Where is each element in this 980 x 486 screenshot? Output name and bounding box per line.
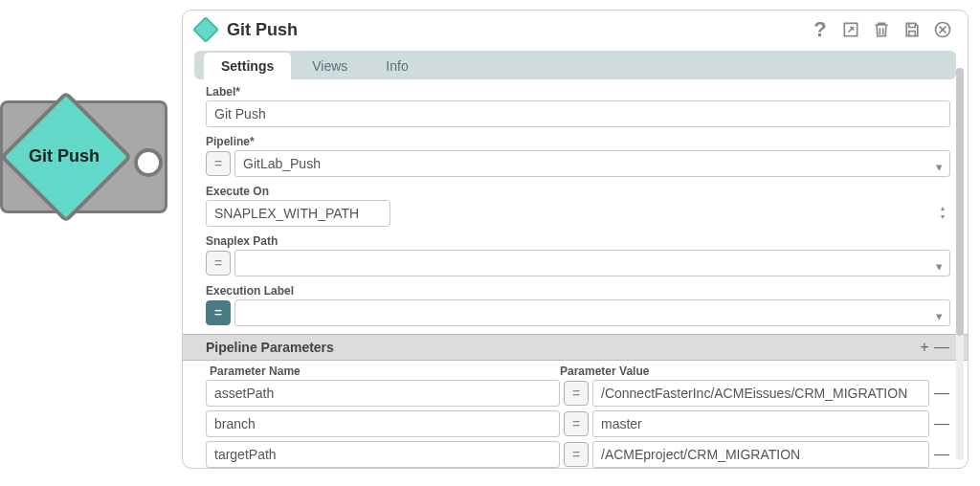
parameter-value-wrap: = [564,380,929,407]
tab-bar: Settings Views Info [194,51,956,79]
parameter-value-wrap: = [564,410,929,437]
remove-row-button[interactable]: — [933,415,950,432]
panel-body: Label* Pipeline* = ▾ Execute On [183,79,968,468]
snap-node[interactable]: Git Push [0,100,167,213]
parameter-expr-toggle[interactable]: = [564,442,589,467]
parameter-name-input[interactable] [206,410,560,437]
pipeline-expr-toggle[interactable]: = [206,151,231,176]
scrollbar[interactable] [956,68,964,460]
parameter-value-header: Parameter Value [560,364,950,378]
remove-row-button[interactable]: — [933,385,950,402]
help-button[interactable]: ? [809,18,832,41]
execute-on-label: Execute On [206,185,950,198]
panel-header: Git Push ? [183,11,968,47]
snap-connector[interactable] [134,148,163,177]
snap-node-label: Git Push [29,146,100,166]
field-snaplex-path: Snaplex Path = ▾ [206,234,950,276]
field-label: Label* [206,85,950,127]
add-parameter-button[interactable]: + [916,339,933,356]
scrollbar-thumb[interactable] [956,68,964,336]
tab-settings[interactable]: Settings [204,53,291,79]
remove-row-button[interactable]: — [933,446,950,463]
parameter-value-input[interactable] [592,380,929,407]
parameter-expr-toggle[interactable]: = [564,411,589,436]
parameter-value-input[interactable] [592,441,929,468]
parameter-row: =— [206,380,950,407]
parameter-row: =— [206,410,950,437]
field-execute-on: Execute On ▴ ▾ [206,185,950,227]
field-pipeline: Pipeline* = ▾ [206,135,950,177]
parameter-rows: =—=—=—=▾— [206,380,950,468]
snaplex-path-expr-toggle[interactable]: = [206,251,231,276]
tab-info[interactable]: Info [368,53,425,79]
pipeline-parameters-title: Pipeline Parameters [206,340,916,355]
parameter-name-header: Parameter Name [206,364,560,378]
pipeline-label: Pipeline* [206,135,950,148]
label-input[interactable] [206,100,950,127]
field-execution-label: Execution Label = ▾ [206,284,950,326]
parameter-value-input[interactable] [592,410,929,437]
snaplex-path-label: Snaplex Path [206,234,950,248]
parameter-name-input[interactable] [206,380,560,407]
delete-button[interactable] [870,18,893,41]
execute-on-input[interactable] [206,200,390,227]
parameter-value-wrap: = [564,441,929,468]
pipeline-input[interactable] [234,150,950,177]
pipeline-parameters-header: Pipeline Parameters + — [183,334,968,361]
export-button[interactable] [839,18,862,41]
settings-panel: Git Push ? Settings Views Info Label* Pi [182,10,969,469]
close-button[interactable] [931,18,954,41]
spinner-icon[interactable]: ▴ ▾ [941,204,945,221]
save-button[interactable] [901,18,924,41]
parameter-name-input[interactable] [206,441,560,468]
parameter-column-headers: Parameter Name Parameter Value [206,364,950,378]
execution-label-label: Execution Label [206,284,950,298]
tab-views[interactable]: Views [295,53,365,79]
parameter-row: =— [206,441,950,468]
parameter-expr-toggle[interactable]: = [564,381,589,406]
remove-parameter-button[interactable]: — [933,339,950,356]
label-label: Label* [206,85,950,99]
panel-title-icon [192,16,219,43]
execution-label-expr-toggle[interactable]: = [206,300,231,325]
snaplex-path-input[interactable] [234,250,950,276]
panel-title: Git Push [227,20,801,40]
execution-label-input[interactable] [234,299,950,326]
